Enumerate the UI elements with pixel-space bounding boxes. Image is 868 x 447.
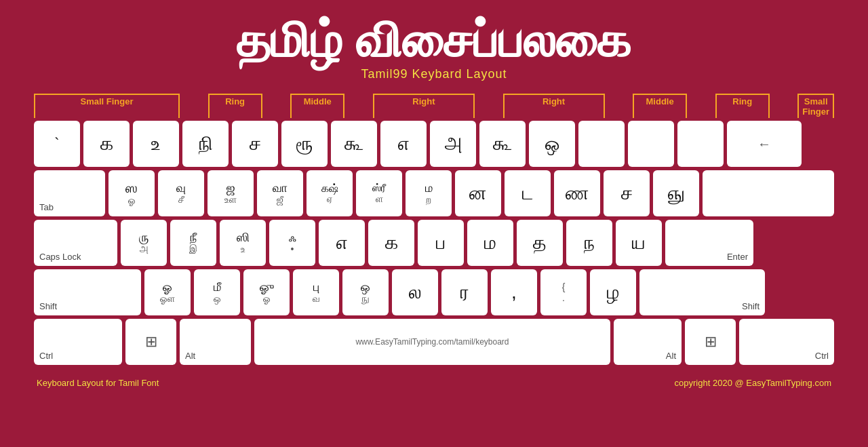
key-4[interactable]: ச [232,121,278,167]
key-minus[interactable] [578,121,625,167]
key-shift-right[interactable]: Shift [639,269,765,315]
finger-ring1: Ring [208,94,262,118]
key-f[interactable]: ஃ • [269,220,315,266]
key-win-left[interactable]: ⊞ [125,319,176,365]
key-b[interactable]: ஒ நு [342,269,389,315]
key-enter[interactable]: Enter [665,220,753,266]
key-comma[interactable]: , [491,269,537,315]
footer: Keyboard Layout for Tamil Font copyright… [34,378,834,388]
key-h[interactable]: க [368,220,414,266]
finger-header: Small Finger Ring Middle Right Right Mid… [34,94,834,118]
key-m[interactable]: ர [441,269,488,315]
key-e[interactable]: ஜ உள [208,170,254,216]
key-intl[interactable] [677,121,724,167]
key-shift-left[interactable]: Shift [34,269,141,315]
key-i[interactable]: ன [455,170,501,216]
key-v[interactable]: பு வ [293,269,339,315]
finger-small2: Small Finger [797,94,834,118]
key-tab[interactable]: Tab [34,170,105,216]
key-g[interactable]: எ [319,220,365,266]
key-0[interactable]: ஒ [529,121,575,167]
key-bracket-l[interactable]: ச [604,170,650,216]
key-n[interactable]: ல [392,269,438,315]
key-win-right[interactable]: ⊞ [685,319,736,365]
finger-middle1: Middle [290,94,344,118]
key-ctrl-left[interactable]: Ctrl [34,319,122,365]
key-c[interactable]: ஓு ஓ [243,269,290,315]
key-l[interactable]: த [517,220,563,266]
key-d[interactable]: ஸி உ [220,220,266,266]
key-semicolon[interactable]: ந [566,220,612,266]
key-5[interactable]: ரூ [281,121,328,167]
key-2[interactable]: உ [133,121,179,167]
keyboard-wrapper: Small Finger Ring Middle Right Right Mid… [34,94,834,368]
key-j[interactable]: ப [418,220,464,266]
key-alt-left[interactable]: Alt [180,319,251,365]
key-p[interactable]: ண [554,170,600,216]
key-period[interactable]: { . [540,269,587,315]
key-7[interactable]: எ [380,121,427,167]
key-9[interactable]: கூ [479,121,526,167]
key-slash[interactable]: ழ [590,269,636,315]
key-y[interactable]: ஸ்ரீ ள [356,170,402,216]
key-o[interactable]: ட [505,170,551,216]
page-title-tamil: தமிழ் விசைப்பலகை [237,14,631,67]
footer-left: Keyboard Layout for Tamil Font [37,378,159,388]
key-alt-right[interactable]: Alt [614,319,682,365]
key-row-3: Caps Lock ரு அ நீ இ ஸி உ ஃ • எ க ப ம த ந… [34,220,834,266]
key-6[interactable]: கூ [331,121,377,167]
key-backspace[interactable]: ← [727,121,802,167]
key-a[interactable]: ரு அ [121,220,167,266]
key-s[interactable]: நீ இ [170,220,216,266]
finger-middle2: Middle [633,94,687,118]
key-row-2: Tab ஸ ஓ வு சீ ஜ உள வா ஜீ கஷ் ஏ ஸ்ரீ ள ம … [34,170,834,216]
finger-small1: Small Finger [34,94,180,118]
key-equals[interactable] [628,121,674,167]
key-backslash[interactable] [703,170,834,216]
key-w[interactable]: வு சீ [158,170,204,216]
key-z[interactable]: ஓ ஓள [144,269,191,315]
finger-ring2: Ring [715,94,770,118]
key-quote[interactable]: ய [616,220,662,266]
key-3[interactable]: நி [182,121,229,167]
finger-right1: Right [373,94,475,118]
key-backtick[interactable]: ` [34,121,80,167]
key-k[interactable]: ம [467,220,513,266]
finger-right2: Right [503,94,605,118]
key-row-5: Ctrl ⊞ Alt www.EasyTamilTyping.com/tamil… [34,319,834,365]
key-q[interactable]: ஸ ஓ [108,170,155,216]
key-x[interactable]: மீ ஒ [194,269,240,315]
key-1[interactable]: க [83,121,130,167]
key-u[interactable]: ம ற [406,170,452,216]
key-caps-lock[interactable]: Caps Lock [34,220,117,266]
footer-right: copyright 2020 @ EasyTamilTyping.com [675,378,831,388]
key-8[interactable]: அ [430,121,476,167]
key-row-1: ` க உ நி ச ரூ கூ எ அ கூ ஒ ← [34,121,834,167]
page-subtitle: Tamil99 Keybard Layout [361,67,507,81]
key-r[interactable]: வா ஜீ [257,170,303,216]
key-t[interactable]: கஷ் ஏ [307,170,353,216]
key-ctrl-right[interactable]: Ctrl [739,319,834,365]
key-bracket-r[interactable]: ஞு [653,170,699,216]
key-row-4: Shift ஓ ஓள மீ ஒ ஓு ஓ பு வ ஒ நு ல ர , { .… [34,269,834,315]
key-space[interactable]: www.EasyTamilTyping.com/tamil/keyboard [254,319,610,365]
